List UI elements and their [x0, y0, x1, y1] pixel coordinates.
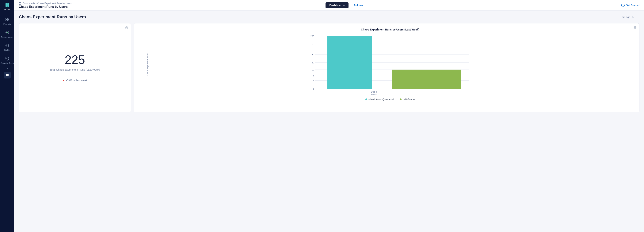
breadcrumb-current[interactable]: Chaos Experiment Runs by Users [37, 2, 72, 5]
breadcrumb: Dashboards › Chaos Experiment Runs by Us… [19, 2, 72, 5]
chart-legend: adarsh.kumar@harness.io Udit Gaurav [146, 98, 635, 101]
sidebar-item-builds[interactable]: Builds [0, 41, 14, 54]
sidebar-grid-button[interactable] [4, 72, 11, 78]
svg-point-16 [7, 58, 8, 59]
more-options-icon[interactable]: ⋮ [636, 15, 640, 19]
globe-icon [125, 26, 128, 30]
svg-text:40: 40 [312, 53, 314, 56]
svg-text:100: 100 [310, 43, 314, 46]
svg-text:1: 1 [313, 88, 314, 90]
svg-rect-0 [6, 3, 7, 5]
dashboard-header: Chaos Experiment Runs by Users 10m ago ↻… [19, 15, 640, 20]
change-value: -69% vs last week [66, 79, 88, 82]
dashboard-actions: 10m ago ↻ ⋮ [620, 15, 640, 19]
topnav-left: Dashboards › Chaos Experiment Runs by Us… [19, 2, 72, 9]
stat-change: ▼ -69% vs last week [62, 79, 88, 82]
svg-rect-22 [20, 2, 21, 3]
sidebar-item-security-tests[interactable]: Security Tests [0, 54, 14, 66]
last-updated-label: 10m ago [620, 16, 630, 19]
svg-rect-3 [8, 5, 9, 7]
sidebar-item-projects[interactable]: Projects [0, 15, 14, 28]
sidebar-item-label: Builds [4, 49, 10, 51]
legend-label-adarsh: adarsh.kumar@harness.io [368, 98, 395, 101]
sidebar-item-label: Security Tests [0, 62, 14, 64]
chart-area: Chaos Experiment Runs 200 [146, 34, 635, 95]
main-content: Dashboards › Chaos Experiment Runs by Us… [14, 0, 644, 232]
svg-text:4: 4 [313, 74, 314, 77]
dashboard-title: Chaos Experiment Runs by Users [19, 15, 86, 20]
sidebar-item-label: Projects [4, 23, 11, 25]
legend-dot-udit [400, 98, 402, 100]
legend-item-udit: Udit Gaurav [400, 98, 415, 101]
svg-rect-7 [8, 20, 9, 21]
legend-dot-adarsh [366, 98, 367, 100]
change-indicator: ▼ [62, 79, 65, 82]
breadcrumb-dashboards[interactable]: Dashboards [22, 2, 35, 5]
page-title: Chaos Experiment Runs by Users [19, 5, 72, 9]
chart-svg: 200 100 40 20 10 4 2 1 [146, 34, 635, 95]
svg-text:20: 20 [312, 61, 314, 64]
chart-y-label: Chaos Experiment Runs [146, 53, 148, 76]
svg-point-9 [7, 32, 8, 33]
svg-rect-21 [19, 2, 20, 3]
sidebar-item-deployments[interactable]: Deployments [0, 28, 14, 41]
dashboards-button[interactable]: Dashboards [326, 2, 348, 8]
svg-rect-2 [6, 5, 7, 7]
svg-text:10: 10 [312, 68, 314, 71]
svg-rect-5 [8, 18, 9, 20]
topnav-center: Dashboards Folders [326, 2, 367, 8]
svg-text:200: 200 [310, 35, 314, 37]
svg-rect-18 [8, 74, 8, 75]
svg-text:Week: Week [371, 93, 377, 95]
sidebar-chevron-down[interactable]: ▾ [7, 68, 8, 70]
sidebar-item-label: Deployments [1, 36, 13, 38]
top-navigation: Dashboards › Chaos Experiment Runs by Us… [14, 0, 644, 11]
svg-rect-4 [6, 18, 7, 20]
chart-title: Chaos Experiment Runs by Users (Last Wee… [146, 28, 635, 31]
get-started-link[interactable]: Get Started [626, 4, 640, 7]
chart-globe-icon [634, 26, 636, 30]
svg-rect-6 [6, 20, 7, 21]
svg-rect-49 [392, 70, 461, 89]
help-icon: ? [621, 4, 624, 7]
panels-row: 225 Total Chaos Experiment Runs (Last We… [19, 23, 640, 112]
sidebar: Home Projects Deployments [0, 0, 14, 232]
sidebar-item-home[interactable]: Home [0, 0, 14, 13]
svg-rect-17 [6, 74, 7, 75]
stat-value: 225 [65, 54, 85, 66]
dashboard-content: Chaos Experiment Runs by Users 10m ago ↻… [14, 11, 644, 232]
svg-text:2: 2 [313, 79, 314, 81]
sidebar-item-label: Home [4, 8, 10, 11]
home-icon [4, 2, 10, 8]
svg-rect-19 [6, 75, 7, 76]
builds-icon [4, 43, 10, 48]
legend-item-adarsh: adarsh.kumar@harness.io [366, 98, 395, 101]
svg-rect-23 [19, 4, 20, 5]
svg-rect-24 [20, 4, 21, 5]
folders-button[interactable]: Folders [350, 2, 367, 8]
stat-panel: 225 Total Chaos Experiment Runs (Last We… [19, 23, 131, 112]
chart-panel: Chaos Experiment Runs by Users (Last Wee… [134, 23, 640, 112]
breadcrumb-icon [19, 2, 22, 5]
deployments-icon [4, 30, 10, 35]
projects-icon [4, 17, 10, 22]
stat-label: Total Chaos Experiment Runs (Last Week) [50, 68, 100, 71]
svg-rect-1 [8, 3, 9, 5]
security-tests-icon [4, 56, 10, 61]
svg-rect-48 [327, 36, 372, 89]
breadcrumb-separator: › [36, 2, 36, 5]
svg-point-11 [7, 45, 8, 46]
topnav-right: ? Get Started [621, 4, 640, 7]
legend-label-udit: Udit Gaurav [403, 98, 415, 101]
svg-text:Dec 4: Dec 4 [371, 90, 377, 93]
svg-rect-20 [8, 75, 8, 76]
refresh-icon[interactable]: ↻ [632, 15, 634, 19]
